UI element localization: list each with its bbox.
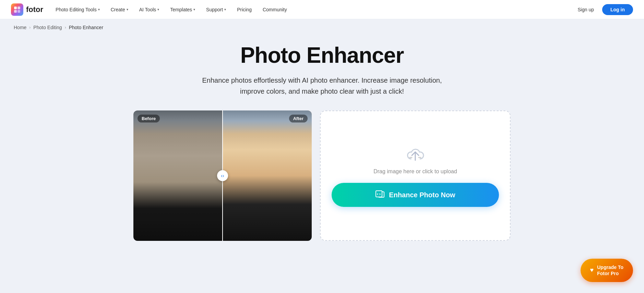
upload-label: Drag image here or click to upload xyxy=(373,168,457,175)
upgrade-line2: Fotor Pro xyxy=(597,270,623,277)
breadcrumb-photo-editing[interactable]: Photo Editing xyxy=(33,25,62,30)
before-after-inner: Before After ‹› xyxy=(133,110,312,241)
nav-item-ai-tools[interactable]: AI Tools ▾ xyxy=(135,5,164,14)
chevron-down-icon: ▾ xyxy=(98,8,100,11)
svg-rect-4 xyxy=(376,191,382,197)
after-face xyxy=(223,110,312,241)
chevron-down-icon: ▾ xyxy=(224,8,226,11)
before-label: Before xyxy=(138,115,160,122)
before-image xyxy=(133,110,223,241)
before-face xyxy=(133,110,223,241)
logo[interactable]: fotor xyxy=(11,3,43,16)
svg-rect-2 xyxy=(14,10,17,13)
svg-rect-0 xyxy=(14,7,17,9)
breadcrumb-home[interactable]: Home xyxy=(14,25,26,30)
nav-item-support[interactable]: Support ▾ xyxy=(202,5,230,14)
nav-item-pricing[interactable]: Pricing xyxy=(233,5,256,14)
breadcrumb-sep-2: › xyxy=(65,25,66,30)
login-button[interactable]: Log in xyxy=(602,4,633,15)
logo-text: fotor xyxy=(26,5,43,14)
chevron-down-icon: ▾ xyxy=(157,8,159,11)
breadcrumb-current: Photo Enhancer xyxy=(69,25,103,30)
enhance-photo-button[interactable]: Enhance Photo Now xyxy=(332,183,499,207)
nav-item-templates[interactable]: Templates ▾ xyxy=(166,5,199,14)
svg-rect-1 xyxy=(17,7,20,9)
upload-icon-wrap: Drag image here or click to upload xyxy=(373,144,457,175)
breadcrumb-sep-1: › xyxy=(29,25,31,30)
enhance-icon xyxy=(375,189,385,201)
ba-handle[interactable]: ‹› xyxy=(217,170,228,181)
before-after-container: Before After ‹› xyxy=(133,110,312,241)
breadcrumb: Home › Photo Editing › Photo Enhancer xyxy=(0,19,644,36)
signup-button[interactable]: Sign up xyxy=(572,5,599,14)
chevron-down-icon: ▾ xyxy=(127,8,128,11)
upgrade-text: Upgrade To Fotor Pro xyxy=(597,264,623,277)
nav-item-photo-editing-tools[interactable]: Photo Editing Tools ▾ xyxy=(51,5,104,14)
content-row: Before After ‹› Drag image here or cl xyxy=(133,110,511,241)
page-subtitle: Enhance photos effortlessly with AI phot… xyxy=(202,75,442,97)
svg-rect-3 xyxy=(17,10,20,13)
upgrade-button[interactable]: ♥ Upgrade To Fotor Pro xyxy=(581,259,633,282)
chevron-down-icon: ▾ xyxy=(193,8,195,11)
enhance-button-label: Enhance Photo Now xyxy=(389,191,455,199)
navbar: fotor Photo Editing Tools ▾ Create ▾ AI … xyxy=(0,0,644,19)
upgrade-line1: Upgrade To xyxy=(597,264,623,270)
heart-icon: ♥ xyxy=(590,266,594,274)
upload-cloud-icon xyxy=(404,144,426,163)
logo-icon xyxy=(11,3,23,16)
nav-item-community[interactable]: Community xyxy=(259,5,291,14)
nav-item-create[interactable]: Create ▾ xyxy=(107,5,132,14)
after-label: After xyxy=(289,115,308,122)
upload-box[interactable]: Drag image here or click to upload Enhan… xyxy=(320,110,511,241)
page-title: Photo Enhancer xyxy=(240,43,404,68)
main-content: Photo Enhancer Enhance photos effortless… xyxy=(0,36,644,255)
after-image xyxy=(223,110,312,241)
